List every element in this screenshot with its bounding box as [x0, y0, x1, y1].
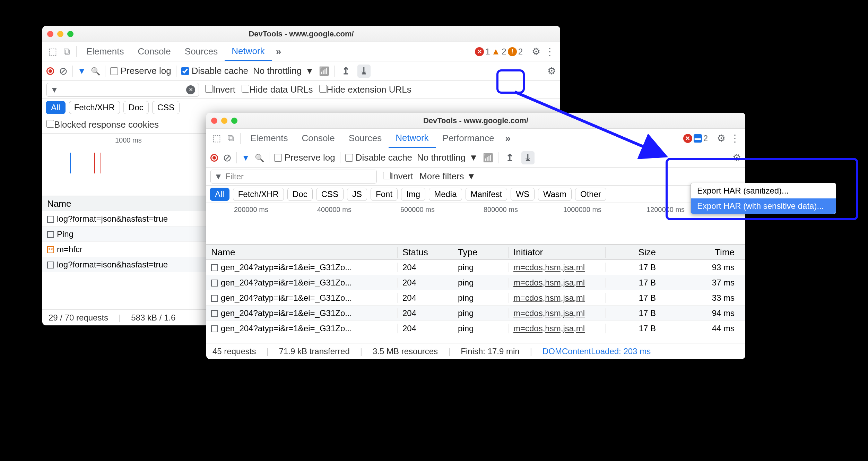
more-menu-icon[interactable]: [543, 46, 557, 57]
network-settings-icon[interactable]: [732, 152, 741, 163]
network-settings-icon[interactable]: [547, 65, 556, 77]
tab-sources[interactable]: Sources: [342, 129, 389, 148]
maximize-window-button[interactable]: [67, 31, 73, 37]
chip-media[interactable]: Media: [429, 188, 462, 201]
initiator-link[interactable]: m=cdos,hsm,jsa,ml: [513, 324, 585, 333]
tab-console[interactable]: Console: [131, 42, 177, 61]
timeline-tick: 200000 ms: [234, 206, 268, 214]
network-conditions-icon[interactable]: [483, 152, 493, 163]
clear-filter-icon[interactable]: ✕: [186, 85, 195, 94]
tab-elements[interactable]: Elements: [79, 42, 131, 61]
tab-network[interactable]: Network: [389, 129, 435, 148]
chip-manifest[interactable]: Manifest: [466, 188, 507, 201]
throttling-select[interactable]: No throttling▼: [253, 66, 314, 76]
chip-wasm[interactable]: Wasm: [538, 188, 572, 201]
more-filters-dropdown[interactable]: More filters▼: [419, 171, 476, 182]
devtools-window-2: DevTools - www.google.com/ Elements Cons…: [206, 113, 745, 359]
chip-all[interactable]: All: [210, 188, 229, 201]
timeline-marker: [101, 153, 101, 173]
column-name[interactable]: Name: [206, 247, 398, 258]
device-toolbar-icon[interactable]: [224, 133, 237, 144]
initiator-link[interactable]: m=cdos,hsm,jsa,ml: [513, 308, 585, 318]
blocked-cookies-checkbox[interactable]: Blocked response cookies: [46, 119, 159, 130]
search-icon[interactable]: [91, 66, 100, 76]
filter-toggle-icon[interactable]: ▼: [242, 153, 250, 163]
maximize-window-button[interactable]: [231, 118, 237, 124]
device-toolbar-icon[interactable]: [60, 46, 73, 57]
import-har-button[interactable]: [503, 151, 517, 164]
chip-fetch-xhr[interactable]: Fetch/XHR: [233, 188, 284, 201]
minimize-window-button[interactable]: [57, 31, 63, 37]
more-tabs-icon[interactable]: [501, 133, 515, 144]
timeline-marker: [70, 153, 71, 173]
chip-doc[interactable]: Doc: [123, 101, 149, 114]
chip-font[interactable]: Font: [371, 188, 398, 201]
tab-performance[interactable]: Performance: [436, 129, 501, 148]
record-button[interactable]: [210, 154, 218, 162]
issue-badges[interactable]: ✕1 ▲2 !2: [475, 46, 523, 57]
tab-sources[interactable]: Sources: [178, 42, 225, 61]
minimize-window-button[interactable]: [221, 118, 227, 124]
clear-button[interactable]: [59, 65, 68, 77]
settings-icon[interactable]: [714, 133, 728, 144]
more-tabs-icon[interactable]: [272, 46, 286, 57]
disable-cache-checkbox[interactable]: Disable cache: [345, 152, 412, 163]
throttling-select[interactable]: No throttling▼: [417, 152, 478, 163]
initiator-link[interactable]: m=cdos,hsm,jsa,ml: [513, 293, 585, 302]
export-har-button[interactable]: [357, 65, 371, 78]
search-icon[interactable]: [255, 152, 264, 163]
table-row[interactable]: gen_204?atyp=i&r=1&ei=_G31Zo...204pingm=…: [206, 260, 745, 275]
filter-toggle-icon[interactable]: ▼: [78, 66, 86, 76]
close-window-button[interactable]: [211, 118, 217, 124]
column-size[interactable]: Size: [606, 247, 661, 258]
chip-css[interactable]: CSS: [152, 101, 180, 114]
table-row[interactable]: gen_204?atyp=i&r=1&ei=_G31Zo...204pingm=…: [206, 321, 745, 336]
chip-other[interactable]: Other: [575, 188, 606, 201]
file-icon: [211, 280, 218, 287]
clear-button[interactable]: [223, 152, 232, 164]
chip-js[interactable]: JS: [347, 188, 367, 201]
hide-extension-urls-checkbox[interactable]: Hide extension URLs: [319, 84, 411, 95]
inspect-element-icon[interactable]: [46, 46, 60, 57]
table-row[interactable]: gen_204?atyp=i&r=1&ei=_G31Zo...204pingm=…: [206, 306, 745, 321]
inspect-element-icon[interactable]: [210, 133, 224, 144]
chip-all[interactable]: All: [46, 101, 66, 114]
table-row[interactable]: gen_204?atyp=i&r=1&ei=_G31Zo...204pingm=…: [206, 290, 745, 306]
column-status[interactable]: Status: [398, 247, 453, 258]
disable-cache-checkbox[interactable]: Disable cache: [181, 66, 248, 76]
table-row[interactable]: gen_204?atyp=i&r=1&ei=_G31Zo...204pingm=…: [206, 275, 745, 290]
import-har-button[interactable]: [339, 65, 353, 78]
invert-checkbox[interactable]: Invert: [205, 84, 235, 95]
tab-network[interactable]: Network: [225, 42, 271, 61]
preserve-log-checkbox[interactable]: Preserve log: [274, 152, 335, 163]
filter-input[interactable]: ▼: [210, 170, 377, 183]
network-conditions-icon[interactable]: [319, 66, 329, 76]
export-har-button[interactable]: [521, 151, 535, 164]
chip-css[interactable]: CSS: [316, 188, 344, 201]
issue-badges[interactable]: ✕ ▬ 2: [683, 134, 708, 143]
settings-icon[interactable]: [529, 46, 543, 57]
close-window-button[interactable]: [47, 31, 53, 37]
invert-checkbox[interactable]: Invert: [383, 171, 413, 182]
more-menu-icon[interactable]: [728, 133, 742, 144]
record-button[interactable]: [46, 67, 54, 75]
column-time[interactable]: Time: [661, 247, 745, 258]
timeline-overview[interactable]: 200000 ms 400000 ms 600000 ms 800000 ms …: [206, 203, 745, 245]
export-har-sanitized[interactable]: Export HAR (sanitized)...: [691, 183, 836, 198]
filter-input[interactable]: ▼ ✕: [46, 83, 199, 97]
chip-fetch-xhr[interactable]: Fetch/XHR: [69, 101, 120, 114]
hide-data-urls-checkbox[interactable]: Hide data URLs: [242, 84, 313, 95]
chip-doc[interactable]: Doc: [287, 188, 313, 201]
export-har-sensitive[interactable]: Export HAR (with sensitive data)...: [691, 198, 836, 214]
tab-console[interactable]: Console: [295, 129, 341, 148]
column-type[interactable]: Type: [453, 247, 509, 258]
chip-ws[interactable]: WS: [511, 188, 535, 201]
window-title: DevTools - www.google.com/: [42, 29, 560, 39]
preserve-log-checkbox[interactable]: Preserve log: [110, 66, 171, 76]
initiator-link[interactable]: m=cdos,hsm,jsa,ml: [513, 263, 585, 272]
initiator-link[interactable]: m=cdos,hsm,jsa,ml: [513, 278, 585, 287]
column-initiator[interactable]: Initiator: [509, 247, 606, 258]
tab-elements[interactable]: Elements: [243, 129, 295, 148]
chip-img[interactable]: Img: [401, 188, 425, 201]
chevron-down-icon: ▼: [305, 66, 314, 76]
